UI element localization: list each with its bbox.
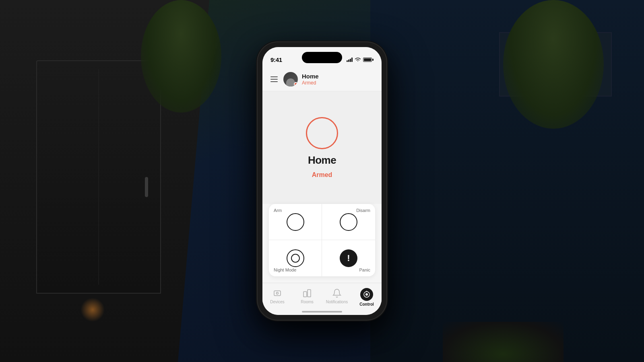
tab-devices[interactable]: Devices (262, 286, 292, 306)
menu-button[interactable] (269, 75, 279, 84)
tab-bar: Devices Rooms Notifica (262, 283, 382, 315)
disarm-button[interactable]: Disarm (322, 204, 375, 240)
night-mode-button[interactable]: Night Mode (269, 240, 322, 276)
status-icons (347, 57, 374, 62)
panic-button[interactable]: ! Panic (322, 240, 375, 276)
main-status: Armed (312, 171, 332, 179)
armed-circle[interactable] (306, 117, 338, 149)
svg-rect-0 (274, 291, 281, 296)
main-title: Home (308, 154, 336, 167)
dynamic-island (302, 52, 342, 63)
arm-icon (287, 213, 304, 231)
status-time: 9:41 (270, 56, 282, 63)
menu-line-2 (270, 79, 278, 80)
svg-point-4 (365, 293, 368, 296)
bg-door (36, 60, 161, 294)
main-status-section: Home Armed (262, 91, 382, 204)
night-mode-label: Night Mode (274, 267, 296, 272)
avatar-status-dot (294, 82, 298, 86)
svg-rect-2 (303, 292, 307, 297)
control-grid: Arm Disarm Night Mode ! (269, 204, 375, 276)
svg-point-1 (277, 292, 279, 294)
devices-tab-label: Devices (270, 300, 285, 304)
notifications-tab-icon (332, 288, 342, 298)
control-tab-icon (360, 288, 373, 301)
disarm-label: Disarm (356, 208, 370, 213)
control-section: Arm Disarm Night Mode ! (269, 204, 375, 276)
avatar[interactable] (283, 72, 298, 86)
battery-icon (363, 58, 374, 62)
night-mode-icon (287, 249, 304, 267)
tab-control[interactable]: Control (352, 286, 382, 308)
signal-icon (347, 57, 353, 62)
devices-tab-icon (272, 288, 283, 298)
arm-button[interactable]: Arm (269, 204, 322, 240)
header-title: Home (302, 73, 375, 80)
wifi-icon (355, 57, 361, 62)
header-info: Home Armed (302, 73, 375, 86)
arm-label: Arm (274, 208, 282, 213)
phone-wrapper: 9:41 (258, 42, 386, 320)
bg-ground-light (80, 298, 105, 322)
bg-door-handle (145, 177, 148, 197)
notifications-tab-label: Notifications (326, 300, 348, 304)
tab-rooms[interactable]: Rooms (292, 286, 322, 306)
tab-notifications[interactable]: Notifications (322, 286, 352, 306)
menu-line-1 (270, 76, 278, 77)
bg-trees-right (503, 0, 604, 129)
app-header: Home Armed (262, 67, 382, 91)
header-status: Armed (302, 80, 375, 86)
rooms-tab-label: Rooms (301, 300, 314, 304)
disarm-icon (340, 213, 357, 231)
menu-line-3 (270, 81, 278, 82)
bg-shrubs (443, 322, 564, 362)
svg-rect-3 (308, 290, 311, 297)
control-tab-label: Control (359, 302, 374, 306)
bg-trees-left (141, 0, 221, 113)
panic-icon: ! (340, 249, 357, 267)
panic-label: Panic (359, 267, 370, 272)
home-indicator (302, 311, 342, 313)
night-mode-inner-icon (291, 254, 300, 263)
rooms-tab-icon (302, 288, 312, 298)
phone-screen: 9:41 (262, 47, 382, 315)
